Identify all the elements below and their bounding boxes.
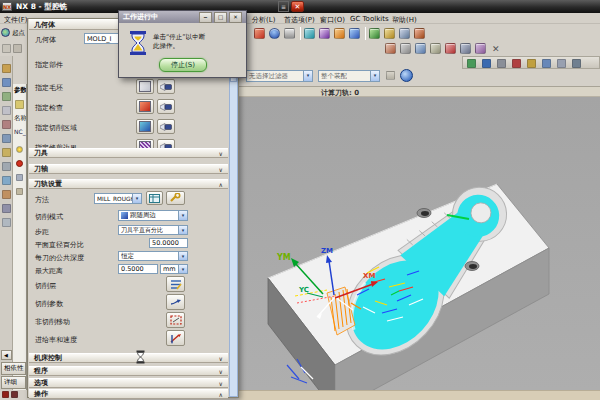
axis-zm-label: ZM (321, 247, 333, 255)
toolbar-icon[interactable] (349, 28, 360, 39)
chevron-down-icon[interactable]: ▾ (132, 194, 141, 203)
sphere-icon[interactable] (400, 69, 413, 82)
common-depth-combo[interactable]: 恒定 ▾ (118, 251, 188, 261)
max-distance-unit-combo[interactable]: mm ▾ (160, 264, 188, 274)
cutting-parameters-button[interactable] (166, 294, 185, 310)
toolbar-icon[interactable] (460, 43, 471, 54)
toolbar-icon[interactable] (572, 59, 581, 68)
toolbar-icon[interactable] (384, 28, 395, 39)
resource-icon[interactable] (2, 176, 11, 185)
flat-percent-field[interactable]: 50.0000 (149, 238, 188, 248)
section-tool-axis[interactable]: 刀轴 ∨ (29, 164, 228, 174)
menu-file[interactable]: 文件(F) (4, 15, 29, 25)
toolbar-icon[interactable] (319, 28, 330, 39)
toolbar-icon[interactable] (254, 28, 265, 39)
navigator-collapse-button[interactable]: ◀ (1, 350, 12, 360)
stop-button[interactable]: 停止(S) (159, 58, 207, 72)
resource-icon[interactable] (2, 120, 11, 129)
navigator-item[interactable]: NC_P (14, 128, 27, 135)
window-menu-button[interactable]: ≡ (278, 1, 289, 12)
chevron-down-icon[interactable]: ▾ (303, 71, 312, 81)
section-tool[interactable]: 刀具 ∨ (29, 148, 228, 158)
chevron-down-icon[interactable]: ▾ (178, 211, 187, 220)
specify-blank-display-button[interactable] (157, 79, 175, 94)
resource-icon[interactable] (2, 134, 11, 143)
section-program[interactable]: 程序 ∨ (29, 366, 228, 376)
snap-point-icon[interactable] (386, 71, 395, 80)
toolbar-icon[interactable] (2, 44, 11, 53)
menu-preferences[interactable]: 首选项(P) (284, 15, 315, 25)
dialog-close-button[interactable]: ✕ (229, 12, 242, 23)
resource-icon[interactable] (2, 106, 11, 115)
toolbar-icon[interactable] (482, 59, 491, 68)
toolbar-icon[interactable] (385, 43, 396, 54)
non-cutting-moves-button[interactable] (166, 312, 185, 328)
toolbar-icon[interactable] (512, 59, 521, 68)
section-machine-control[interactable]: 机床控制 ∨ (29, 353, 228, 363)
feeds-speeds-button[interactable] (166, 330, 185, 346)
toolbar-icon[interactable] (527, 59, 536, 68)
section-path-settings[interactable]: 刀轨设置 ∧ (29, 179, 228, 189)
method-new-button[interactable] (166, 191, 185, 205)
toolbar-icon[interactable] (475, 43, 486, 54)
method-edit-button[interactable] (146, 191, 163, 205)
menu-help[interactable]: 帮助(H) (392, 15, 417, 25)
resource-icon[interactable] (2, 148, 11, 157)
toolbar-icon[interactable] (304, 28, 315, 39)
specify-cut-area-display-button[interactable] (157, 119, 175, 134)
method-combo[interactable]: MILL_ROUGH ▾ (94, 193, 142, 204)
toolbar-icon[interactable] (414, 28, 425, 39)
start-point-label[interactable]: 起点 (12, 29, 25, 38)
toolbar-icon[interactable] (369, 28, 380, 39)
window-close-button[interactable]: ✕ (291, 1, 304, 12)
minimize-button[interactable]: ‒ (199, 12, 212, 23)
menu-gc-toolkits[interactable]: GC Toolkits (350, 15, 389, 23)
details-button[interactable]: 详细 (1, 376, 26, 389)
cut-levels-button[interactable] (166, 276, 185, 292)
toolbar-icon[interactable] (430, 43, 441, 54)
toolbar-icon[interactable] (497, 59, 506, 68)
resource-icon[interactable] (2, 78, 11, 87)
progress-dialog-titlebar[interactable]: 工作进行中 ‒ □ ✕ (119, 11, 246, 23)
chevron-down-icon[interactable]: ▾ (178, 226, 187, 234)
resource-icon[interactable] (2, 92, 11, 101)
specify-check-display-button[interactable] (157, 99, 175, 114)
toolbar-icon[interactable] (269, 28, 280, 39)
toolbar-icon[interactable] (284, 28, 295, 39)
start-point-icon[interactable] (1, 28, 10, 37)
resource-icon[interactable] (2, 162, 11, 171)
resource-icon[interactable] (2, 190, 11, 199)
resource-icon[interactable] (2, 204, 11, 213)
specify-blank-select-button[interactable] (136, 79, 154, 94)
menu-window[interactable]: 窗口(O) (320, 15, 345, 25)
dependencies-button[interactable]: 相依性 (1, 362, 26, 375)
toolbar-icon[interactable] (334, 28, 345, 39)
specify-cut-area-select-button[interactable] (136, 119, 154, 134)
resource-icon[interactable] (2, 218, 11, 227)
section-actions[interactable]: 操作 ∧ (29, 389, 228, 399)
resource-icon[interactable] (2, 64, 11, 73)
delete-icon[interactable]: ✕ (492, 44, 500, 54)
toolbar-icon[interactable] (399, 28, 410, 39)
toolbar-icon[interactable] (467, 59, 476, 68)
specify-check-select-button[interactable] (136, 99, 154, 114)
selection-scope-combo[interactable]: 整个装配 ▾ (318, 70, 380, 82)
toolbar-icon[interactable] (445, 43, 456, 54)
toolbar-icon[interactable] (13, 44, 22, 53)
cut-pattern-combo[interactable]: 跟随周边 ▾ (118, 210, 188, 221)
maximize-button[interactable]: □ (214, 12, 227, 23)
menu-analysis[interactable]: 分析(L) (252, 15, 275, 25)
selection-filter-combo[interactable]: 无选择过滤器 ▾ (246, 70, 313, 82)
chevron-down-icon[interactable]: ▾ (178, 265, 187, 273)
section-options[interactable]: 选项 ∨ (29, 378, 228, 388)
toolbar-icon[interactable] (415, 43, 426, 54)
chevron-down-icon[interactable]: ▾ (178, 252, 187, 260)
edit-icon[interactable] (15, 100, 24, 109)
chevron-down-icon[interactable]: ▾ (370, 71, 379, 81)
stepover-combo[interactable]: 刀具平直百分比 ▾ (118, 225, 188, 235)
toolbar-icon[interactable] (542, 59, 551, 68)
toolbar-icon[interactable] (400, 43, 411, 54)
graphics-viewport[interactable]: YM YC ZM XM (239, 97, 600, 390)
toolbar-icon[interactable] (557, 59, 566, 68)
max-distance-field[interactable]: 0.5000 (118, 264, 158, 274)
